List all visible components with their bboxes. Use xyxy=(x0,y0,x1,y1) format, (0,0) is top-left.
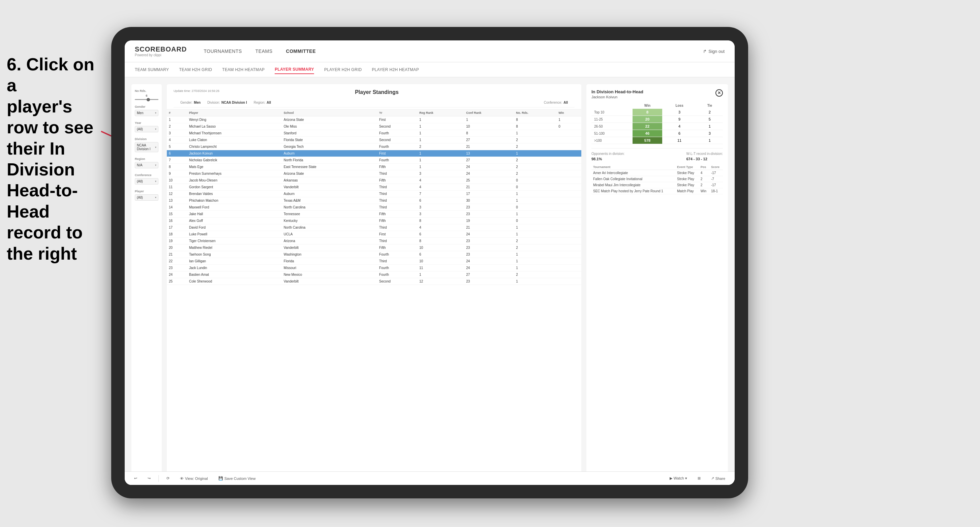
layout-button[interactable]: ⊞ xyxy=(695,475,703,482)
cell-rank: 20 xyxy=(167,244,187,251)
cell-rds: 2 xyxy=(514,244,557,251)
table-row[interactable]: 22 Ian Gilligan Florida Third 10 24 1 xyxy=(167,258,581,265)
nav-committee[interactable]: COMMITTEE xyxy=(286,47,316,56)
cell-win xyxy=(557,278,581,285)
tourn-cell-name: Fallen Oak Collegiate Invitational xyxy=(592,176,675,182)
cell-conf-rank: 23 xyxy=(464,251,514,258)
cell-rds: 1 xyxy=(514,265,557,271)
division-select[interactable]: NCAA Division I xyxy=(135,142,158,152)
table-row[interactable]: 19 Tiger Christensen Arizona Third 8 23 … xyxy=(167,238,581,244)
year-select[interactable]: (All) xyxy=(135,126,158,132)
table-row[interactable]: 9 Preston Summerhays Arizona State Third… xyxy=(167,170,581,177)
cell-player: Jacob Mou-Olesen xyxy=(187,177,282,184)
cell-conf-rank: 21 xyxy=(464,184,514,190)
logo-area: SCOREBOARD Powered by clippi xyxy=(135,46,187,57)
table-row[interactable]: 20 Matthew Riedel Vanderbilt Fifth 10 23… xyxy=(167,244,581,251)
region-select[interactable]: N/A xyxy=(135,162,158,168)
tourn-cell-type: Stroke Play xyxy=(675,176,699,182)
sign-out-button[interactable]: ↱ Sign out xyxy=(703,49,725,54)
table-row[interactable]: 6 Jackson Koivun Auburn First 1 13 1 xyxy=(167,150,581,157)
tournament-row: Fallen Oak Collegiate Invitational Strok… xyxy=(592,176,723,182)
gender-select[interactable]: Men xyxy=(135,110,158,116)
table-row[interactable]: 25 Cole Sherwood Vanderbilt Second 12 23… xyxy=(167,278,581,285)
no-rds-slider[interactable] xyxy=(135,99,158,100)
cell-conf-rank: 24 xyxy=(464,265,514,271)
cell-school: North Florida xyxy=(282,157,377,163)
tab-player-summary[interactable]: PLAYER SUMMARY xyxy=(275,65,314,74)
table-row[interactable]: 2 Michael La Sasso Ole Miss Second 1 10 … xyxy=(167,123,581,130)
cell-conf-rank: 21 xyxy=(464,224,514,231)
cell-win xyxy=(557,211,581,217)
share-button[interactable]: ↗ Share xyxy=(708,475,728,482)
cell-school: Vanderbilt xyxy=(282,244,377,251)
table-row[interactable]: 4 Luke Claton Florida State Second 1 27 … xyxy=(167,137,581,143)
col-year: Yr xyxy=(377,110,417,116)
table-row[interactable]: 14 Maxwell Ford North Carolina Third 3 2… xyxy=(167,204,581,211)
cell-rank: 24 xyxy=(167,271,187,278)
cell-win xyxy=(557,197,581,204)
cell-year: Third xyxy=(377,197,417,204)
table-row[interactable]: 23 Jack Lundin Missouri Fourth 11 24 1 xyxy=(167,265,581,271)
toolbar-sep-1 xyxy=(158,475,159,482)
conference-label: Conference xyxy=(135,173,158,177)
standings-table: # Player School Yr Reg Rank Conf Rank No… xyxy=(167,110,581,478)
tourn-cell-pos: 4 xyxy=(699,170,710,176)
table-row[interactable]: 1 Wenyi Ding Arizona State First 1 1 8 1 xyxy=(167,116,581,123)
cell-conf-rank: 27 xyxy=(464,137,514,143)
cell-reg-rank: 4 xyxy=(417,184,464,190)
close-h2h-button[interactable]: ✕ xyxy=(716,89,723,97)
col-school: School xyxy=(282,110,377,116)
table-row[interactable]: 15 Jake Hall Tennessee Fifth 3 23 1 xyxy=(167,211,581,217)
table-row[interactable]: 21 Taehoon Song Washington Fourth 6 23 1 xyxy=(167,251,581,258)
cell-year: Fourth xyxy=(377,130,417,137)
redo-button[interactable]: ↪ xyxy=(145,475,153,482)
cell-player: Phichaksn Maichon xyxy=(187,197,282,204)
cell-player: Brendan Valdes xyxy=(187,190,282,197)
refresh-button[interactable]: ⟳ xyxy=(164,475,172,482)
view-original-button[interactable]: 👁 View: Original xyxy=(177,475,211,482)
conference-select[interactable]: (All) xyxy=(135,178,158,184)
h2h-cell-win: 8 xyxy=(633,109,663,116)
undo-button[interactable]: ↩ xyxy=(131,475,140,482)
table-row[interactable]: 17 David Ford North Carolina Third 4 21 … xyxy=(167,224,581,231)
cell-player: David Ford xyxy=(187,224,282,231)
cell-reg-rank: 1 xyxy=(417,116,464,123)
cell-reg-rank: 3 xyxy=(417,211,464,217)
cell-win xyxy=(557,231,581,238)
table-row[interactable]: 10 Jacob Mou-Olesen Arkansas Fifth 4 25 … xyxy=(167,177,581,184)
tab-team-summary[interactable]: TEAM SUMMARY xyxy=(135,66,169,74)
nav-tournaments[interactable]: TOURNAMENTS xyxy=(204,47,242,56)
tab-team-h2h-grid[interactable]: TEAM H2H GRID xyxy=(179,66,212,74)
h2h-cell-loss: 6 xyxy=(662,130,697,137)
table-row[interactable]: 16 Alex Goff Kentucky Fifth 8 19 0 xyxy=(167,217,581,224)
tab-player-h2h-grid[interactable]: PLAYER H2H GRID xyxy=(324,66,362,74)
table-row[interactable]: 13 Phichaksn Maichon Texas A&M Third 6 3… xyxy=(167,197,581,204)
cell-rds: 1 xyxy=(514,211,557,217)
table-row[interactable]: 12 Brendan Valdes Auburn Third 7 17 1 xyxy=(167,190,581,197)
table-row[interactable]: 24 Bastien Amat New Mexico Fourth 1 27 2 xyxy=(167,271,581,278)
player-standings-panel: Update time: 27/03/2024 16:56:26 Player … xyxy=(167,84,581,478)
tablet-screen: SCOREBOARD Powered by clippi TOURNAMENTS… xyxy=(125,40,735,485)
nav-teams[interactable]: TEAMS xyxy=(255,47,273,56)
table-row[interactable]: 11 Gordon Sargent Vanderbilt Third 4 21 … xyxy=(167,184,581,190)
h2h-cell-win: 46 xyxy=(633,130,663,137)
tab-player-h2h-heatmap[interactable]: PLAYER H2H HEATMAP xyxy=(372,66,419,74)
cell-conf-rank: 10 xyxy=(464,123,514,130)
cell-reg-rank: 3 xyxy=(417,170,464,177)
table-row[interactable]: 5 Christo Lamprecht Georgia Tech Fourth … xyxy=(167,143,581,150)
cell-win xyxy=(557,224,581,231)
watch-button[interactable]: ▶ Watch ▾ xyxy=(667,475,690,482)
region-label: Region xyxy=(135,157,158,160)
player-select[interactable]: (All) xyxy=(135,194,158,201)
table-row[interactable]: 7 Nicholas Gabrelcik North Florida Fourt… xyxy=(167,157,581,163)
cell-reg-rank: 12 xyxy=(417,278,464,285)
cell-year: Third xyxy=(377,224,417,231)
table-row[interactable]: 8 Mats Ege East Tennessee State Fifth 1 … xyxy=(167,163,581,170)
save-custom-view-button[interactable]: 💾 Save Custom View xyxy=(216,475,258,482)
tab-team-h2h-heatmap[interactable]: TEAM H2H HEATMAP xyxy=(222,66,264,74)
table-row[interactable]: 18 Luke Powell UCLA First 6 24 1 xyxy=(167,231,581,238)
table-row[interactable]: 3 Michael Thorbjornsen Stanford Fourth 1… xyxy=(167,130,581,137)
cell-reg-rank: 1 xyxy=(417,137,464,143)
cell-player: Christo Lamprecht xyxy=(187,143,282,150)
record-label: W-L-T record in-division: xyxy=(686,152,723,156)
